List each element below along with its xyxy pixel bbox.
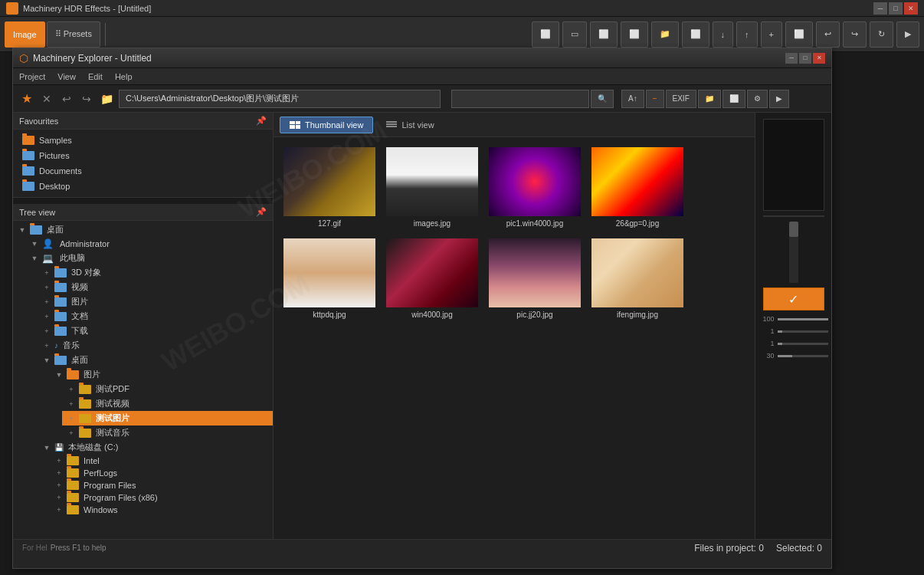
- expand-docs[interactable]: +: [42, 312, 51, 321]
- expand-testmusic[interactable]: +: [67, 429, 76, 438]
- slider-1a-track[interactable]: [778, 330, 828, 333]
- expand-perflogs[interactable]: +: [54, 468, 64, 478]
- expand-testvideo[interactable]: +: [67, 399, 76, 409]
- menu-view[interactable]: View: [57, 72, 76, 81]
- fav-desktop[interactable]: Desktop: [13, 179, 273, 194]
- tree-row-windows[interactable]: + Windows: [50, 504, 273, 516]
- tool-btn-grid[interactable]: ⬜: [785, 21, 813, 48]
- expand-admin[interactable]: ▼: [30, 239, 39, 248]
- back-button[interactable]: ↩: [59, 91, 74, 107]
- tree-row-testpic[interactable]: + 测试图片: [62, 411, 273, 426]
- tree-row-administrator[interactable]: ▼ 👤 Administrator: [25, 237, 273, 251]
- tree-row-video[interactable]: + 视频: [38, 280, 273, 294]
- sort-asc-button[interactable]: A↑: [621, 90, 644, 108]
- thumb-pic1[interactable]: pic1.win4000.jpg: [485, 143, 585, 232]
- explorer-maximize[interactable]: □: [799, 53, 811, 64]
- star-button[interactable]: ★: [19, 91, 34, 107]
- tree-row-3d[interactable]: + 3D 对象: [38, 265, 273, 280]
- thumb-ifengimg[interactable]: ifengimg.jpg: [588, 235, 687, 323]
- expand-intel[interactable]: +: [54, 456, 64, 465]
- tree-row-downloads[interactable]: + 下载: [38, 324, 273, 338]
- tree-row-testmusic[interactable]: + 测试音乐: [62, 426, 273, 440]
- expand-3d[interactable]: +: [42, 268, 51, 278]
- orange-checkbox[interactable]: ✓: [763, 288, 824, 310]
- tree-row-music[interactable]: + ♪ 音乐: [38, 338, 273, 353]
- minimize-button[interactable]: ─: [873, 2, 887, 15]
- thumb-127[interactable]: 127.gif: [280, 143, 379, 232]
- tree-row-perflogs[interactable]: + PerfLogs: [50, 467, 273, 479]
- tool-btn-7[interactable]: ↓: [713, 21, 734, 48]
- tree-row-imgfolder[interactable]: ▼ 图片: [50, 367, 273, 382]
- vertical-scrollbar[interactable]: [789, 222, 798, 283]
- tool-btn-5[interactable]: 📁: [651, 21, 679, 48]
- expand-music[interactable]: +: [42, 341, 51, 350]
- settings-button[interactable]: ⚙: [747, 90, 768, 108]
- tree-scroll-area[interactable]: ▼ 桌面 ▼ 👤 Administrator ▼: [13, 221, 273, 539]
- maximize-button[interactable]: □: [889, 2, 903, 15]
- slider-100-track[interactable]: [778, 318, 828, 320]
- slider-30-track[interactable]: [778, 355, 828, 357]
- menu-edit[interactable]: Edit: [88, 72, 103, 81]
- expand-downloads[interactable]: +: [42, 327, 51, 336]
- tree-row-docs[interactable]: + 文档: [38, 309, 273, 324]
- tool-btn-4[interactable]: ⬜: [621, 21, 648, 48]
- forward-button[interactable]: ↪: [79, 91, 94, 107]
- tree-row-testpdf[interactable]: + 测试PDF: [62, 382, 273, 396]
- tree-row-desktop[interactable]: ▼ 桌面: [13, 222, 273, 237]
- tool-btn-8[interactable]: ↑: [736, 21, 758, 48]
- slider-1b-track[interactable]: [778, 343, 828, 345]
- folder2-button[interactable]: 📁: [698, 90, 721, 108]
- tool-btn-refresh[interactable]: ↻: [870, 21, 893, 48]
- expand-programfilesx86[interactable]: +: [54, 493, 64, 502]
- tool-btn-plus[interactable]: +: [761, 21, 782, 48]
- expand-desktop[interactable]: ▼: [18, 225, 27, 235]
- tree-row-testvideo[interactable]: + 测试视频: [62, 396, 273, 411]
- scrollbar-thumb[interactable]: [789, 222, 798, 237]
- search-button[interactable]: 🔍: [591, 90, 614, 108]
- thumb-win4000[interactable]: win4000.jpg: [382, 235, 482, 323]
- explorer-close[interactable]: ✕: [813, 53, 825, 64]
- thumb-picjj20[interactable]: pic.jj20.jpg: [485, 235, 585, 323]
- close-button[interactable]: ✕: [904, 2, 918, 15]
- list-view-tab[interactable]: List view: [376, 117, 444, 133]
- tree-row-pictures[interactable]: + 图片: [38, 294, 273, 309]
- expand-programfiles[interactable]: +: [54, 481, 64, 490]
- expand-testpic[interactable]: +: [67, 414, 76, 423]
- search-input[interactable]: [451, 90, 589, 108]
- explorer-minimize[interactable]: ─: [785, 53, 798, 64]
- nav-button[interactable]: ▶: [769, 90, 789, 108]
- tool-btn-undo[interactable]: ↩: [816, 21, 840, 48]
- tree-row-programfilesx86[interactable]: + Program Files (x86): [50, 491, 273, 504]
- image-button[interactable]: Image: [5, 21, 45, 48]
- zoom-out-button[interactable]: −: [646, 90, 664, 108]
- expand-windows[interactable]: +: [54, 505, 64, 514]
- tool-btn-redo[interactable]: ↪: [843, 21, 867, 48]
- tree-row-cdrive[interactable]: ▼ 💾 本地磁盘 (C:): [38, 440, 273, 455]
- tool-btn-6[interactable]: ⬜: [682, 21, 709, 48]
- thumbnail-view-tab[interactable]: Thumbnail view: [280, 117, 373, 133]
- tool-btn-arrow[interactable]: ▶: [896, 21, 919, 48]
- expand-pc[interactable]: ▼: [30, 254, 39, 263]
- tree-row-intel[interactable]: + Intel: [50, 455, 273, 467]
- menu-project[interactable]: Project: [19, 72, 45, 81]
- presets-button[interactable]: ⠿ Presets: [47, 21, 100, 48]
- tree-row-desktop2[interactable]: ▼ 桌面: [38, 353, 273, 367]
- exif-button[interactable]: EXIF: [666, 90, 696, 108]
- address-input[interactable]: [119, 90, 441, 108]
- tree-row-programfiles[interactable]: + Program Files: [50, 479, 273, 491]
- thumb-kttpdq[interactable]: kttpdq.jpg: [280, 235, 379, 323]
- fav-documents[interactable]: Documents: [13, 163, 273, 179]
- folder-button[interactable]: 📁: [99, 91, 114, 107]
- thumb-26gp[interactable]: 26&gp=0.jpg: [588, 143, 687, 232]
- expand-testpdf[interactable]: +: [67, 385, 76, 394]
- fav-pictures[interactable]: Pictures: [13, 148, 273, 163]
- expand-desktop2[interactable]: ▼: [42, 356, 51, 365]
- tool-btn-3[interactable]: ⬜: [590, 21, 618, 48]
- fav-samples[interactable]: Samples: [13, 133, 273, 148]
- thumb-images[interactable]: images.jpg: [382, 143, 482, 232]
- close-addr-button[interactable]: ✕: [39, 91, 54, 107]
- expand-imgfolder[interactable]: ▼: [54, 370, 64, 380]
- tool-btn-2[interactable]: ▭: [562, 21, 587, 48]
- menu-help[interactable]: Help: [115, 72, 133, 81]
- tree-row-pc[interactable]: ▼ 💻 此电脑: [25, 251, 273, 265]
